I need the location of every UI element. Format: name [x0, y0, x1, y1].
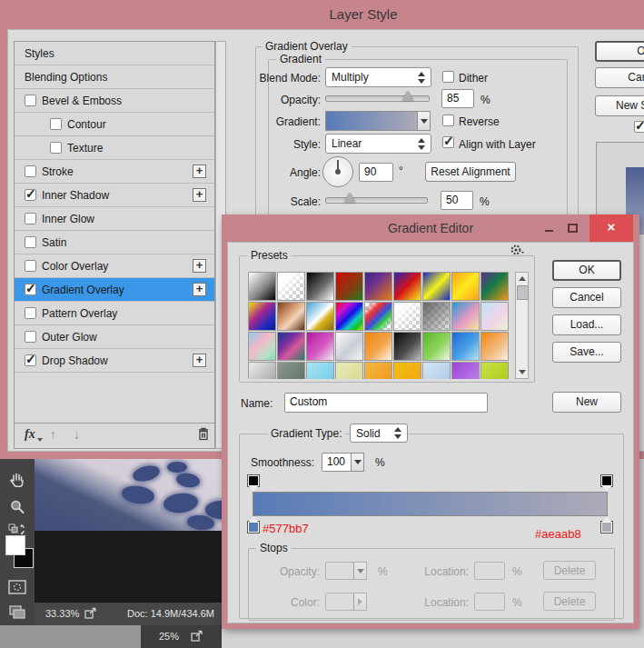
scrollbar-thumb[interactable] [517, 285, 529, 300]
gradient-preset-swatch-19[interactable] [248, 332, 276, 361]
gradient-preset-swatch-24[interactable] [393, 332, 421, 361]
new-gradient-button[interactable]: New [552, 392, 621, 413]
gradient-preset-swatch-34[interactable] [422, 362, 451, 379]
gradient-preset-swatch-12[interactable] [306, 302, 334, 331]
sidebar-item-gradient-overlay[interactable]: Gradient Overlay+ [15, 278, 214, 302]
gradient-preset-swatch-30[interactable] [306, 362, 334, 379]
gradient-preview-bar[interactable] [253, 492, 608, 516]
style-select[interactable]: Linear [325, 134, 431, 154]
add-effect-button[interactable]: + [193, 259, 206, 273]
gradient-preset-swatch-32[interactable] [364, 362, 392, 379]
opacity-slider-thumb[interactable] [402, 91, 413, 101]
gradient-preset-swatch-2[interactable] [277, 272, 305, 301]
effect-checkbox[interactable] [25, 95, 36, 106]
add-effect-button[interactable]: + [193, 188, 206, 202]
effect-checkbox[interactable] [25, 354, 36, 366]
fx-menu-button[interactable]: fx [25, 427, 35, 442]
gradient-preset-swatch-29[interactable] [277, 362, 305, 379]
gradient-type-select[interactable]: Solid [350, 424, 408, 443]
reverse-checkbox[interactable] [442, 115, 454, 126]
gradient-preset-swatch-20[interactable] [277, 332, 305, 361]
sidebar-item-pattern-overlay[interactable]: Pattern Overlay [15, 302, 214, 325]
color-stop-right[interactable] [601, 522, 612, 533]
add-effect-button[interactable]: + [193, 354, 206, 367]
gradient-preset-swatch-33[interactable] [393, 362, 421, 379]
scroll-up-arrow[interactable] [519, 276, 526, 281]
gradient-preset-swatch-26[interactable] [451, 332, 480, 361]
effect-checkbox[interactable] [25, 189, 36, 201]
effect-checkbox[interactable] [50, 142, 62, 154]
opacity-input[interactable]: 85 [441, 89, 474, 108]
gradient-preset-swatch-3[interactable] [306, 272, 334, 301]
sidebar-item-texture[interactable]: Texture [15, 136, 214, 160]
gradient-preset-swatch-5[interactable] [364, 272, 392, 301]
sidebar-item-contour[interactable]: Contour [15, 113, 214, 136]
sidebar-item-satin[interactable]: Satin [15, 231, 214, 254]
maximize-button[interactable] [568, 224, 578, 233]
layer-style-ok-button[interactable]: OK [595, 41, 644, 62]
presets-menu-gear-icon[interactable] [510, 244, 524, 259]
sidebar-item-bevel-emboss[interactable]: Bevel & Emboss [15, 89, 214, 113]
smoothness-input[interactable]: 100 [322, 453, 352, 472]
save-button[interactable]: Save... [552, 342, 621, 363]
close-button[interactable]: × [590, 214, 633, 242]
zoom-tool-button[interactable] [5, 495, 29, 519]
sidebar-item-blending-options[interactable]: Blending Options [15, 65, 214, 89]
gradient-preset-swatch-8[interactable] [451, 272, 480, 301]
zoom-level-value-2[interactable]: 25% [159, 631, 179, 642]
gradient-preset-swatch-21[interactable] [306, 332, 334, 361]
opacity-stop-left[interactable] [248, 475, 259, 486]
gradient-preset-swatch-35[interactable] [451, 362, 480, 379]
scale-slider-thumb[interactable] [344, 193, 355, 203]
gradient-preset-swatch-10[interactable] [248, 302, 276, 331]
align-with-layer-checkbox[interactable] [442, 136, 454, 148]
sidebar-item-outer-glow[interactable]: Outer Glow [15, 325, 214, 349]
new-style-button[interactable]: New Style... [595, 95, 644, 116]
gradient-preset-swatch-31[interactable] [335, 362, 363, 379]
foreground-color-swatch[interactable] [5, 535, 25, 555]
move-effect-up-button[interactable]: ↑ [50, 427, 56, 442]
gradient-preset-swatch-4[interactable] [335, 272, 363, 301]
gradient-preset-swatch-25[interactable] [422, 332, 451, 361]
gradient-preset-swatch-1[interactable] [248, 272, 276, 301]
sidebar-item-styles[interactable]: Styles [15, 42, 214, 65]
opacity-slider[interactable] [325, 95, 430, 102]
gradient-preset-swatch-28[interactable] [248, 362, 276, 379]
export-icon[interactable] [191, 630, 204, 644]
effect-checkbox[interactable] [25, 213, 36, 224]
delete-effect-button[interactable] [197, 427, 210, 444]
zoom-level-value[interactable]: 33.33% [45, 608, 79, 619]
add-effect-button[interactable]: + [193, 283, 206, 296]
gradient-preset-swatch-16[interactable] [422, 302, 451, 331]
gradient-preset-swatch-15[interactable] [393, 302, 421, 331]
sidebar-item-stroke[interactable]: Stroke+ [15, 160, 214, 184]
minimize-button[interactable] [545, 230, 553, 232]
scale-slider[interactable] [325, 197, 428, 204]
gradient-preset-swatch-7[interactable] [422, 272, 451, 301]
gradient-preset-swatch-27[interactable] [481, 332, 509, 361]
gradient-swatch[interactable] [325, 111, 418, 131]
reset-alignment-button[interactable]: Reset Alignment [425, 162, 516, 182]
gradient-preset-swatch-11[interactable] [277, 302, 305, 331]
effect-checkbox[interactable] [25, 260, 36, 272]
sidebar-item-color-overlay[interactable]: Color Overlay+ [15, 254, 214, 278]
color-stop-left[interactable] [248, 522, 259, 533]
gradient-preset-swatch-22[interactable] [335, 332, 363, 361]
sidebar-item-drop-shadow[interactable]: Drop Shadow+ [15, 349, 214, 373]
sidebar-item-inner-glow[interactable]: Inner Glow [15, 207, 214, 231]
smoothness-arrow-button[interactable] [351, 453, 364, 472]
effect-checkbox[interactable] [25, 284, 36, 295]
angle-input[interactable]: 90 [359, 163, 393, 182]
add-effect-button[interactable]: + [193, 164, 206, 178]
sidebar-item-inner-shadow[interactable]: Inner Shadow+ [15, 184, 214, 207]
dither-checkbox[interactable] [442, 71, 454, 83]
presets-scrollbar[interactable] [515, 272, 529, 379]
quick-mask-button[interactable] [5, 575, 29, 599]
load-button[interactable]: Load... [552, 314, 621, 335]
gradient-picker-arrow-button[interactable] [417, 111, 431, 131]
screen-mode-button[interactable] [5, 600, 29, 623]
opacity-stop-right[interactable] [601, 475, 612, 486]
gradient-preset-swatch-9[interactable] [481, 272, 509, 301]
effect-checkbox[interactable] [25, 236, 36, 248]
gradient-preset-swatch-13[interactable] [335, 302, 363, 331]
